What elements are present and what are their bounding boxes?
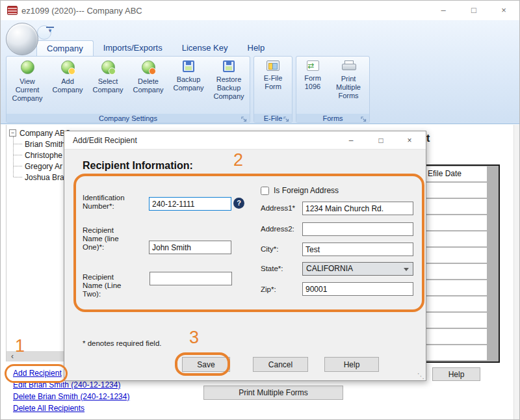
- dialog-minimize-button[interactable]: –: [340, 133, 362, 148]
- recipient-information-heading: Recipient Information:: [83, 160, 193, 172]
- delete-company-button[interactable]: Delete Company: [128, 58, 168, 112]
- backup-company-button[interactable]: Backup Company: [168, 58, 209, 112]
- tree-item-recipient[interactable]: Gregory Ar: [12, 161, 71, 172]
- table-row[interactable]: [423, 296, 487, 311]
- annotation-step-2: 2: [233, 151, 243, 169]
- main-help-button[interactable]: Help: [432, 367, 480, 381]
- annotation-ring-fields: [73, 174, 424, 312]
- app-icon: [7, 6, 18, 15]
- tab-help[interactable]: Help: [238, 40, 275, 56]
- table-row[interactable]: [423, 329, 487, 344]
- tree-collapse-icon[interactable]: −: [9, 129, 16, 137]
- tree-children: Brian Smith Christophe Gregory Ar: [12, 138, 71, 183]
- recipient-action-link[interactable]: Delete All Recipients: [13, 404, 129, 413]
- add-company-button[interactable]: Add Company: [47, 58, 88, 112]
- group-company-settings: View Current Company Add Company Select …: [6, 56, 250, 123]
- form-1096-icon: [307, 60, 319, 71]
- group-efile: E-File Form E-File: [254, 56, 292, 123]
- form-1096-button[interactable]: Form 1096: [297, 58, 328, 112]
- restore-backup-company-button[interactable]: Restore Backup Company: [209, 58, 249, 112]
- tree-item-recipient[interactable]: Joshua Bra: [12, 172, 71, 183]
- window-titlebar: ez1099 (2020)--- Company ABC – □ ×: [1, 1, 520, 20]
- dialog-maximize-button[interactable]: □: [370, 133, 392, 148]
- dialog-launcher-icon[interactable]: [240, 116, 248, 123]
- floppy-disk-icon: [183, 60, 194, 72]
- globe-add-icon: [61, 60, 75, 74]
- efile-form-icon: [266, 60, 280, 71]
- tab-imports-exports[interactable]: Imports/Exports: [94, 40, 172, 56]
- printer-icon: [342, 60, 355, 72]
- annotation-ring-save: [175, 352, 230, 376]
- table-row[interactable]: [423, 231, 487, 246]
- application-orb-button[interactable]: [6, 23, 38, 55]
- tab-license-key[interactable]: License Key: [172, 40, 238, 56]
- dialog-close-button[interactable]: ×: [398, 133, 421, 148]
- recipient-action-link[interactable]: Delete Brian Smith (240-12-1234): [13, 392, 129, 402]
- tree-branch-icon: [14, 177, 22, 177]
- window-close-button[interactable]: ×: [493, 3, 514, 18]
- tree-root-company[interactable]: − Company ABC: [9, 127, 71, 138]
- group-label-efile: E-File: [254, 114, 292, 122]
- tab-company[interactable]: Company: [36, 40, 94, 56]
- cancel-button[interactable]: Cancel: [253, 357, 308, 372]
- table-row[interactable]: [423, 345, 487, 360]
- print-multiple-forms-ribbon-button[interactable]: Print Multiple Forms: [328, 58, 369, 112]
- table-row[interactable]: [423, 199, 487, 214]
- table-row[interactable]: [423, 215, 487, 230]
- ribbon-groups: View Current Company Add Company Select …: [6, 56, 373, 123]
- tree-item-recipient[interactable]: Christophe: [12, 150, 71, 161]
- dialog-help-button[interactable]: Help: [324, 357, 379, 372]
- tree-branch-icon: [14, 166, 22, 166]
- table-row[interactable]: [423, 280, 487, 295]
- efile-date-rows: [422, 183, 499, 360]
- efile-date-table: Efile Date: [421, 164, 500, 363]
- tree-item-recipient[interactable]: Brian Smith: [12, 138, 71, 150]
- ribbon-tabs: Company Imports/Exports License Key Help: [36, 40, 274, 56]
- dialog-titlebar: Add/Edit Recipient – □ ×: [64, 131, 426, 150]
- annotation-ring-add-recipient: [5, 364, 68, 383]
- floppy-disk-icon: [223, 60, 235, 72]
- company-globe-icon: [21, 60, 34, 74]
- globe-delete-icon: [142, 60, 155, 74]
- dialog-launcher-icon[interactable]: [283, 116, 290, 123]
- table-row[interactable]: [423, 248, 487, 263]
- tree-branch-icon: [14, 155, 22, 155]
- company-tree: − Company ABC Brian Smith Christophe: [9, 127, 71, 183]
- window-maximize-button[interactable]: □: [463, 3, 484, 18]
- annotation-step-1: 1: [15, 337, 25, 355]
- select-company-button[interactable]: Select Company: [88, 58, 128, 112]
- partial-heading-text: t: [426, 133, 430, 144]
- window-minimize-button[interactable]: –: [433, 3, 454, 18]
- vertical-scrollbar[interactable]: [514, 125, 520, 420]
- group-label-forms: Forms: [296, 114, 369, 122]
- globe-select-icon: [101, 60, 115, 74]
- tree-branch-icon: [14, 144, 22, 144]
- print-multiple-forms-button[interactable]: Print Multiple Forms: [203, 386, 343, 400]
- group-label-company-settings: Company Settings: [6, 114, 250, 122]
- view-current-company-button[interactable]: View Current Company: [7, 58, 47, 112]
- efile-form-button[interactable]: E-File Form: [255, 58, 291, 112]
- table-row[interactable]: [423, 183, 487, 198]
- annotation-step-3: 3: [189, 329, 199, 347]
- dialog-launcher-icon[interactable]: [360, 116, 367, 123]
- table-row[interactable]: [423, 313, 487, 328]
- group-forms: Form 1096 Print Multiple Forms Forms: [296, 56, 370, 123]
- ribbon: ▾ Company Imports/Exports License Key He…: [1, 20, 520, 124]
- required-field-note: * denotes required field.: [83, 339, 161, 347]
- quick-access-customize-icon[interactable]: ▾: [46, 27, 54, 34]
- efile-date-column-header: Efile Date: [423, 166, 487, 181]
- table-row[interactable]: [423, 264, 487, 279]
- dialog-title: Add/Edit Recipient: [73, 136, 137, 145]
- resize-grip-icon[interactable]: ⋱: [417, 372, 424, 380]
- tree-guide-line: [13, 137, 14, 177]
- window-title: ez1099 (2020)--- Company ABC: [21, 6, 142, 16]
